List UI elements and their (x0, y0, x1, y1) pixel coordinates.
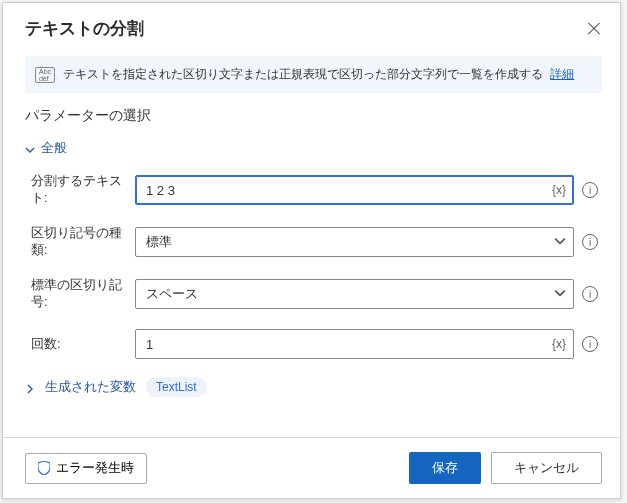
group-label: 全般 (41, 139, 67, 157)
save-button[interactable]: 保存 (409, 452, 481, 484)
label-text-to-split: 分割するテキスト: (25, 173, 135, 207)
abc-icon: Abcdef (35, 67, 55, 83)
generated-label: 生成された変数 (45, 378, 136, 396)
variable-picker-icon[interactable]: {x} (552, 183, 566, 197)
dialog-footer: エラー発生時 保存 キャンセル (3, 437, 620, 498)
group-general[interactable]: 全般 (25, 139, 598, 157)
section-title: パラメーターの選択 (25, 107, 598, 125)
info-icon[interactable]: i (582, 336, 598, 352)
row-text-to-split: 分割するテキスト: 1 2 3 {x} i (25, 173, 598, 207)
chevron-down-icon (25, 143, 35, 153)
info-icon[interactable]: i (582, 182, 598, 198)
info-text: テキストを指定された区切り文字または正規表現で区切った部分文字列で一覧を作成する… (63, 66, 574, 83)
info-icon[interactable]: i (582, 286, 598, 302)
variable-picker-icon[interactable]: {x} (552, 337, 566, 351)
chevron-down-icon (554, 233, 566, 251)
generated-variables[interactable]: 生成された変数 TextList (25, 377, 598, 397)
row-times: 回数: 1 {x} i (25, 329, 598, 359)
on-error-button[interactable]: エラー発生時 (25, 453, 147, 484)
close-icon[interactable] (586, 21, 602, 37)
times-input[interactable]: 1 (135, 329, 574, 359)
label-delimiter-type: 区切り記号の種類: (25, 225, 135, 259)
dialog-body: パラメーターの選択 全般 分割するテキスト: 1 2 3 {x} i 区切り記号… (3, 107, 620, 437)
variable-chip[interactable]: TextList (146, 377, 207, 397)
shield-icon (38, 461, 50, 475)
label-standard-delimiter: 標準の区切り記号: (25, 277, 135, 311)
cancel-button[interactable]: キャンセル (491, 452, 602, 484)
info-banner: Abcdef テキストを指定された区切り文字または正規表現で区切った部分文字列で… (25, 56, 602, 93)
chevron-right-icon (25, 382, 35, 392)
chevron-down-icon (554, 285, 566, 303)
details-link[interactable]: 詳細 (550, 67, 574, 81)
row-delimiter-type: 区切り記号の種類: 標準 i (25, 225, 598, 259)
label-times: 回数: (25, 336, 135, 353)
delimiter-type-select[interactable]: 標準 (135, 227, 574, 257)
dialog-title: テキストの分割 (25, 17, 144, 40)
row-standard-delimiter: 標準の区切り記号: スペース i (25, 277, 598, 311)
standard-delimiter-select[interactable]: スペース (135, 279, 574, 309)
text-to-split-input[interactable]: 1 2 3 (135, 175, 574, 205)
dialog-header: テキストの分割 (3, 3, 620, 50)
dialog: テキストの分割 Abcdef テキストを指定された区切り文字または正規表現で区切… (2, 2, 621, 499)
info-icon[interactable]: i (582, 234, 598, 250)
